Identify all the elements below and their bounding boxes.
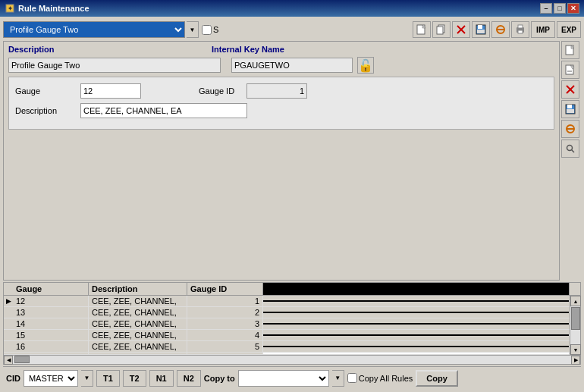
side-search-btn[interactable] bbox=[561, 140, 579, 158]
side-new-btn[interactable] bbox=[561, 41, 579, 59]
n1-button[interactable]: N1 bbox=[149, 370, 174, 387]
cid-dropdown-btn[interactable]: ▼ bbox=[81, 370, 93, 387]
s-checkbox-container: S bbox=[202, 25, 218, 35]
window-body: Profile Gauge Two ▼ S bbox=[0, 17, 584, 392]
table-row[interactable]: 16CEE, ZEE, CHANNEL,5 bbox=[4, 341, 570, 353]
id-cell: 2 bbox=[187, 307, 263, 318]
id-cell: 3 bbox=[187, 318, 263, 329]
scroll-right-btn[interactable]: ▶ bbox=[571, 356, 580, 365]
indicator-col-header bbox=[4, 283, 13, 295]
export-button[interactable]: EXP bbox=[557, 21, 581, 38]
copy-to-select[interactable] bbox=[238, 370, 329, 387]
svg-rect-10 bbox=[477, 30, 485, 33]
desc-label: Description bbox=[8, 45, 69, 54]
extra-cell bbox=[263, 334, 570, 336]
svg-rect-5 bbox=[437, 27, 443, 34]
extra-cell bbox=[263, 346, 570, 347]
side-delete-btn[interactable] bbox=[561, 80, 579, 99]
desc-cell: CEE, ZEE, CHANNEL, bbox=[89, 330, 187, 340]
new-button[interactable] bbox=[413, 21, 431, 38]
vertical-scrollbar[interactable]: ▲ ▼ bbox=[570, 296, 580, 355]
minimize-button[interactable]: – bbox=[540, 3, 552, 14]
desc-cell: CEE, ZEE, CHANNEL, bbox=[89, 296, 187, 306]
internal-key-input[interactable] bbox=[231, 58, 353, 73]
side-edit-btn[interactable] bbox=[561, 61, 579, 79]
scroll-track[interactable] bbox=[570, 306, 580, 344]
extra-cell bbox=[263, 312, 570, 313]
cancel-button[interactable] bbox=[491, 21, 510, 38]
gauge-cell: 14 bbox=[13, 318, 89, 329]
desc-input-row: 🔓 bbox=[8, 57, 554, 74]
gauge-cell: 16 bbox=[13, 341, 89, 352]
profile-select[interactable]: Profile Gauge Two bbox=[3, 21, 185, 38]
svg-text:✦: ✦ bbox=[8, 5, 13, 12]
import-button[interactable]: IMP bbox=[531, 21, 555, 38]
table-row[interactable]: 15CEE, ZEE, CHANNEL,4 bbox=[4, 330, 570, 341]
lock-button[interactable]: 🔓 bbox=[357, 57, 374, 74]
row-indicator: ▶ bbox=[4, 297, 13, 305]
copy-all-label: Copy All Rules bbox=[359, 374, 413, 383]
print-button[interactable] bbox=[511, 21, 529, 38]
t2-button[interactable]: T2 bbox=[123, 370, 146, 387]
side-cancel-btn[interactable] bbox=[561, 120, 579, 138]
copy-button[interactable]: Copy bbox=[416, 370, 458, 387]
gauge-cell bbox=[13, 353, 89, 354]
window-title: Rule Maintenance bbox=[18, 4, 540, 13]
desc-cell: CEE, ZEE, CHANNEL, bbox=[89, 307, 187, 318]
close-button[interactable]: ✕ bbox=[567, 3, 579, 14]
delete-button[interactable] bbox=[452, 21, 470, 38]
svg-line-29 bbox=[572, 150, 575, 153]
table-row[interactable]: ▶12CEE, ZEE, CHANNEL,1 bbox=[4, 296, 570, 307]
scroll-left-btn[interactable]: ◀ bbox=[4, 356, 13, 365]
svg-point-28 bbox=[567, 146, 573, 151]
profile-select-container: Profile Gauge Two ▼ bbox=[3, 21, 199, 38]
gauge-input[interactable] bbox=[80, 83, 141, 99]
save-button[interactable] bbox=[472, 21, 490, 38]
form-panel: Description Internal Key Name 🔓 Gauge Ga… bbox=[3, 41, 560, 281]
h-scroll-thumb[interactable] bbox=[14, 356, 30, 363]
s-checkbox[interactable] bbox=[202, 25, 212, 35]
gauge-label: Gauge bbox=[15, 86, 68, 96]
scroll-down-btn[interactable]: ▼ bbox=[570, 344, 581, 355]
form-inner: Gauge Gauge ID Description bbox=[8, 77, 554, 130]
toolbar: Profile Gauge Two ▼ S bbox=[3, 20, 581, 39]
window-controls: – □ ✕ bbox=[540, 3, 579, 14]
copy-all-checkbox[interactable] bbox=[347, 373, 357, 383]
svg-rect-25 bbox=[567, 109, 574, 113]
copy-record-button[interactable] bbox=[432, 21, 451, 38]
scroll-up-btn[interactable]: ▲ bbox=[570, 296, 581, 306]
cid-select[interactable]: MASTER bbox=[24, 370, 78, 387]
h-scroll-track[interactable] bbox=[13, 356, 571, 364]
extra-col-header bbox=[263, 283, 570, 295]
title-bar: ✦ Rule Maintenance – □ ✕ bbox=[0, 0, 584, 17]
profile-dropdown-btn[interactable]: ▼ bbox=[187, 21, 199, 38]
svg-rect-14 bbox=[518, 25, 523, 28]
copy-to-label: Copy to bbox=[204, 374, 235, 383]
table-row[interactable]: 13CEE, ZEE, CHANNEL,2 bbox=[4, 307, 570, 318]
desc-cell: CEE, ZEE, CHANNEL, bbox=[89, 341, 187, 352]
side-toolbar bbox=[561, 41, 581, 281]
t1-button[interactable]: T1 bbox=[96, 370, 120, 387]
gauge-cell: 13 bbox=[13, 307, 89, 318]
desc-cell: CEE, ZEE, CHANNEL, bbox=[89, 318, 187, 329]
cid-label: CID bbox=[3, 374, 20, 383]
app-icon: ✦ bbox=[5, 3, 15, 14]
maximize-button[interactable]: □ bbox=[554, 3, 566, 14]
s-label: S bbox=[213, 25, 218, 34]
desc-col-header: Description bbox=[89, 283, 187, 295]
gauge-id-input[interactable] bbox=[246, 83, 307, 99]
scrollbar-header-spacer bbox=[570, 283, 580, 295]
gauge-id-label: Gauge ID bbox=[199, 86, 234, 96]
desc2-row: Description bbox=[15, 103, 548, 118]
side-save-btn[interactable] bbox=[561, 100, 579, 118]
desc-input[interactable] bbox=[8, 58, 221, 73]
desc2-input[interactable] bbox=[80, 103, 247, 118]
svg-rect-24 bbox=[567, 105, 572, 108]
copy-to-dropdown-btn[interactable]: ▼ bbox=[332, 370, 344, 387]
table-row[interactable]: 14CEE, ZEE, CHANNEL,3 bbox=[4, 318, 570, 330]
desc2-label: Description bbox=[15, 106, 68, 115]
copy-all-container: Copy All Rules bbox=[347, 373, 413, 383]
id-cell: 1 bbox=[187, 296, 263, 306]
n2-button[interactable]: N2 bbox=[177, 370, 201, 387]
scroll-thumb[interactable] bbox=[571, 307, 580, 330]
